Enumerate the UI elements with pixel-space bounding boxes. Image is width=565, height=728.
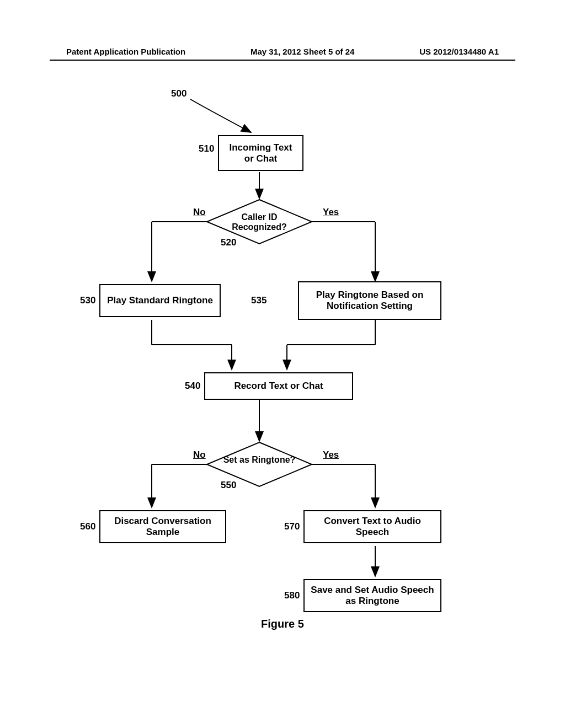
header-center: May 31, 2012 Sheet 5 of 24 bbox=[250, 47, 354, 56]
box-540-text: Record Text or Chat bbox=[234, 381, 323, 392]
label-510: 510 bbox=[199, 143, 214, 154]
label-520: 520 bbox=[221, 237, 236, 248]
box-discard-sample: Discard Conversation Sample bbox=[99, 510, 226, 543]
diamond-550-text: Set as Ringtone? bbox=[223, 455, 296, 464]
header-left: Patent Application Publication bbox=[66, 47, 185, 56]
page-header: Patent Application Publication May 31, 2… bbox=[0, 47, 565, 56]
label-535: 535 bbox=[251, 295, 266, 306]
flowchart-diagram: 500 Incoming Text or Chat 510 Caller ID … bbox=[66, 83, 497, 634]
box-play-notification: Play Ringtone Based on Notification Sett… bbox=[298, 281, 441, 320]
box-incoming-text: Incoming Text or Chat bbox=[218, 135, 303, 171]
box-510-text: Incoming Text or Chat bbox=[223, 142, 298, 164]
label-560: 560 bbox=[80, 521, 95, 532]
diamond-set-ringtone: Set as Ringtone? bbox=[218, 455, 301, 465]
box-convert-text: Convert Text to Audio Speech bbox=[303, 510, 441, 543]
figure-caption: Figure 5 bbox=[0, 618, 565, 630]
label-no-1: No bbox=[193, 207, 206, 218]
label-500: 500 bbox=[171, 88, 186, 99]
label-540: 540 bbox=[185, 381, 200, 392]
header-divider bbox=[50, 60, 515, 61]
box-record-text: Record Text or Chat bbox=[204, 372, 353, 400]
label-yes-1: Yes bbox=[323, 207, 339, 218]
label-570: 570 bbox=[284, 521, 300, 532]
label-530: 530 bbox=[80, 295, 95, 306]
box-save-set-audio: Save and Set Audio Speech as Ringtone bbox=[303, 579, 441, 612]
box-play-standard: Play Standard Ringtone bbox=[99, 284, 221, 317]
box-560-text: Discard Conversation Sample bbox=[105, 516, 221, 538]
label-580: 580 bbox=[284, 590, 300, 601]
label-550: 550 bbox=[221, 480, 236, 491]
label-no-2: No bbox=[193, 449, 206, 461]
box-580-text: Save and Set Audio Speech as Ringtone bbox=[309, 585, 436, 607]
box-530-text: Play Standard Ringtone bbox=[107, 295, 213, 306]
box-535-text: Play Ringtone Based on Notification Sett… bbox=[303, 290, 436, 312]
diamond-caller-id: Caller ID Recognized? bbox=[218, 212, 301, 232]
diamond-520-text: Caller ID Recognized? bbox=[232, 212, 287, 232]
label-yes-2: Yes bbox=[323, 449, 339, 461]
box-570-text: Convert Text to Audio Speech bbox=[309, 516, 436, 538]
header-right: US 2012/0134480 A1 bbox=[419, 47, 499, 56]
